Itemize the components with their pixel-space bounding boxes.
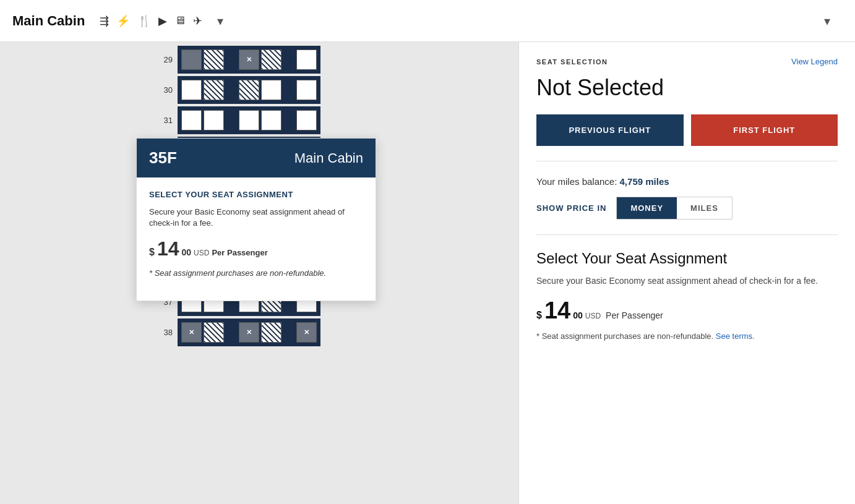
row-number: 29 (147, 55, 178, 64)
seat-row-seats (178, 76, 320, 104)
seat[interactable] (261, 110, 281, 130)
x-mark: ✕ (189, 328, 194, 336)
divider-2 (536, 234, 838, 235)
seat[interactable] (296, 49, 317, 70)
seat[interactable] (239, 110, 259, 130)
x-mark: ✕ (246, 56, 252, 64)
seat-selection-header: SEAT SELECTION View Legend (536, 57, 838, 66)
right-price-row: $ 14 00 USD Per Passenger (536, 297, 838, 324)
seat[interactable] (261, 322, 281, 343)
seat[interactable] (181, 110, 202, 130)
miles-value: 4,759 miles (620, 176, 669, 187)
price-main-value: 14 (157, 237, 179, 260)
miles-balance: Your miles balance: 4,759 miles (536, 176, 838, 187)
cabin-title: Main Cabin (12, 13, 85, 29)
price-dollar-sign: $ (149, 247, 155, 258)
popup-header: 35F Main Cabin (137, 139, 376, 177)
top-bar-right: ▾ (521, 14, 843, 28)
seat[interactable] (296, 110, 317, 130)
top-bar: Main Cabin ⇶ ⚡ 🍴 ▶ 🖥 ✈ ▾ ▾ (0, 0, 855, 42)
row-number: 30 (147, 85, 178, 95)
seat[interactable] (261, 49, 281, 70)
popup-heading: SELECT YOUR SEAT ASSIGNMENT (149, 190, 363, 199)
right-dropdown-icon[interactable]: ▾ (824, 14, 830, 28)
table-row: 38 ✕ ✕ ✕ (142, 317, 377, 348)
seat[interactable] (181, 49, 202, 70)
table-row: 29 ✕ (142, 42, 377, 75)
aisle (283, 80, 294, 100)
food-icon: 🍴 (137, 14, 151, 28)
table-row: 31 (142, 105, 377, 135)
previous-flight-button[interactable]: PREVIOUS FLIGHT (536, 114, 684, 146)
show-price-label: SHOW PRICE IN (536, 203, 606, 213)
power-icon: ⚡ (116, 14, 130, 28)
seat-row-seats: ✕ (178, 46, 320, 74)
show-price-row: SHOW PRICE IN MONEY MILES (536, 197, 838, 220)
aisle (226, 322, 237, 343)
view-legend-link[interactable]: View Legend (791, 57, 838, 66)
price-cents-value: 00 (182, 247, 192, 257)
video-icon: ▶ (158, 14, 167, 28)
right-price-dollar: $ (536, 310, 542, 321)
seat[interactable] (204, 80, 224, 100)
seat[interactable] (261, 80, 281, 100)
seat[interactable] (181, 80, 202, 100)
seat-map-area: 29 ✕ 30 (0, 42, 518, 504)
row-number: 38 (147, 328, 178, 337)
aisle (226, 49, 237, 70)
aisle (283, 322, 294, 343)
x-mark: ✕ (304, 328, 309, 336)
seat-popup: 35F Main Cabin SELECT YOUR SEAT ASSIGNME… (136, 138, 376, 301)
divider (536, 161, 838, 161)
not-selected-text: Not Selected (536, 75, 838, 101)
money-toggle-button[interactable]: MONEY (617, 197, 677, 219)
popup-price-row: $ 14 00 USD Per Passenger (149, 237, 363, 260)
seat-blocked[interactable]: ✕ (239, 322, 259, 343)
seat-blocked[interactable]: ✕ (181, 322, 202, 343)
right-price-main: 14 (544, 297, 570, 324)
no-recline-icon: ✈ (193, 14, 202, 28)
right-price-per: Per Passenger (606, 310, 663, 320)
seat-row-seats: ✕ ✕ ✕ (178, 318, 320, 346)
right-note: * Seat assignment purchases are non-refu… (536, 331, 838, 341)
seat[interactable] (296, 80, 317, 100)
popup-note: * Seat assignment purchases are non-refu… (149, 268, 363, 279)
right-price-currency: USD (585, 312, 601, 320)
miles-toggle-button[interactable]: MILES (677, 197, 732, 219)
popup-seat-id: 35F (149, 148, 177, 168)
wifi-icon: ⇶ (100, 14, 109, 28)
popup-description: Secure your Basic Economy seat assignmen… (149, 207, 363, 229)
right-seat-desc: Secure your Basic Economy seat assignmen… (536, 275, 838, 288)
seat-blocked[interactable]: ✕ (296, 322, 317, 343)
first-flight-button[interactable]: FIRST FLIGHT (691, 114, 838, 146)
aisle (283, 49, 294, 70)
seat[interactable] (204, 49, 224, 70)
right-note-text: * Seat assignment purchases are non-refu… (536, 331, 713, 341)
x-mark: ✕ (246, 328, 252, 336)
screen-icon: 🖥 (174, 14, 186, 27)
price-currency: USD (194, 249, 209, 257)
popup-cabin: Main Cabin (294, 150, 363, 166)
aisle (226, 110, 237, 130)
seat[interactable] (204, 322, 224, 343)
aisle (283, 110, 294, 130)
seat[interactable] (204, 110, 224, 130)
seat-row-seats (178, 106, 320, 134)
flight-buttons: PREVIOUS FLIGHT FIRST FLIGHT (536, 114, 838, 146)
seat-blocked[interactable]: ✕ (239, 49, 259, 70)
table-row: 30 (142, 75, 377, 105)
top-bar-left: Main Cabin ⇶ ⚡ 🍴 ▶ 🖥 ✈ ▾ (12, 13, 521, 29)
price-toggle: MONEY MILES (616, 197, 732, 220)
amenity-icons: ⇶ ⚡ 🍴 ▶ 🖥 ✈ (100, 14, 202, 28)
right-note-link[interactable]: See terms. (716, 331, 755, 341)
miles-label: Your miles balance: (536, 176, 620, 187)
row-number: 31 (147, 116, 178, 125)
price-per-passenger: Per Passenger (212, 248, 267, 257)
cabin-dropdown-icon[interactable]: ▾ (217, 14, 223, 28)
seat[interactable] (239, 80, 259, 100)
right-price-cents: 00 (573, 311, 583, 320)
right-seat-title: Select Your Seat Assignment (536, 250, 838, 267)
aisle (226, 80, 237, 100)
seat-selection-label: SEAT SELECTION (536, 58, 608, 66)
popup-body: SELECT YOUR SEAT ASSIGNMENT Secure your … (137, 177, 376, 301)
